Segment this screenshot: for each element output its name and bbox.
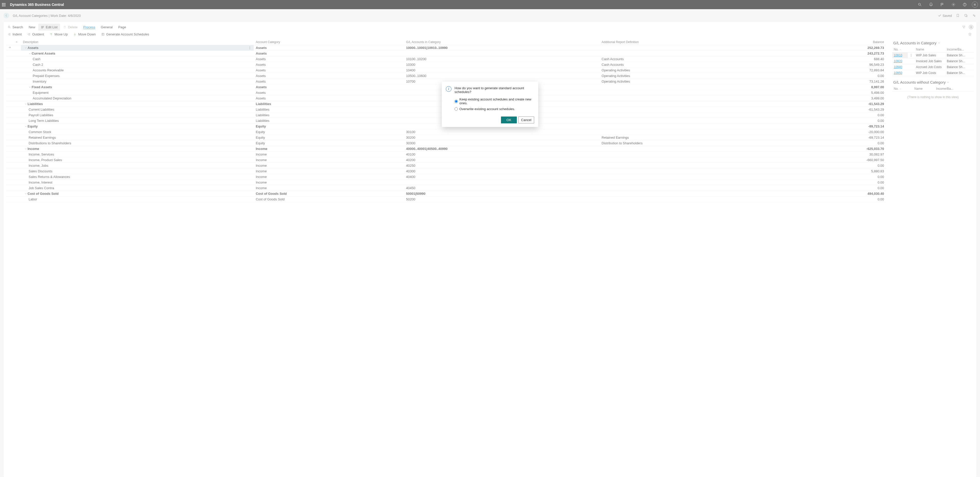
info-icon: i xyxy=(446,86,452,92)
dialog-message: How do you want to generate standard acc… xyxy=(455,86,534,94)
option-overwrite[interactable]: Overwrite existing account schedules. xyxy=(455,107,534,111)
cancel-button[interactable]: Cancel xyxy=(518,117,534,124)
radio-keep[interactable] xyxy=(455,100,458,103)
ok-button[interactable]: OK xyxy=(501,117,517,124)
modal-overlay: i How do you want to generate standard a… xyxy=(0,0,980,477)
option-keep-existing[interactable]: Keep existing account schedules and crea… xyxy=(455,97,534,105)
radio-overwrite[interactable] xyxy=(455,107,458,111)
generate-schedules-dialog: i How do you want to generate standard a… xyxy=(442,82,538,127)
